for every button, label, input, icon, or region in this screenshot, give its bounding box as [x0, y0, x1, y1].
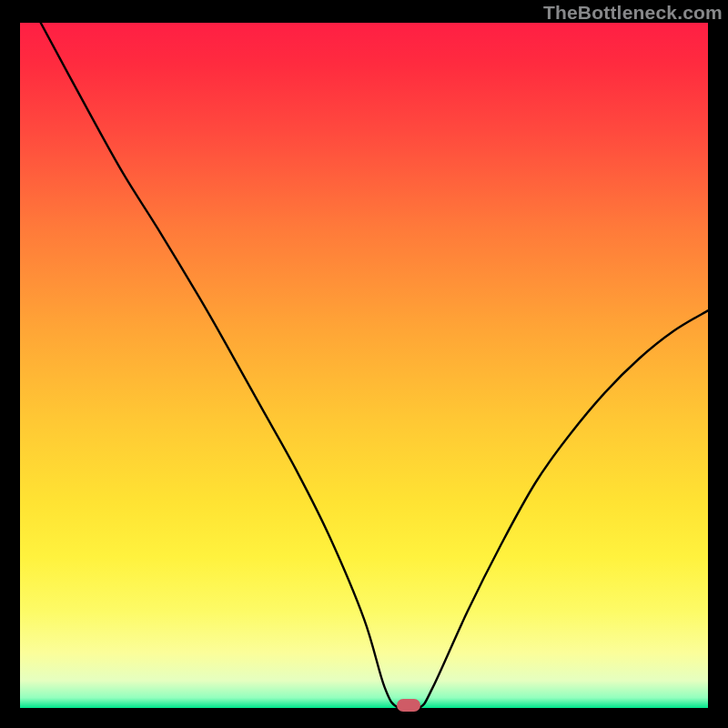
optimal-point-marker [397, 699, 420, 712]
chart-plot-area [20, 23, 708, 708]
watermark-text: TheBottleneck.com [543, 2, 723, 24]
bottleneck-curve [20, 23, 708, 708]
chart-frame: TheBottleneck.com [0, 0, 728, 728]
